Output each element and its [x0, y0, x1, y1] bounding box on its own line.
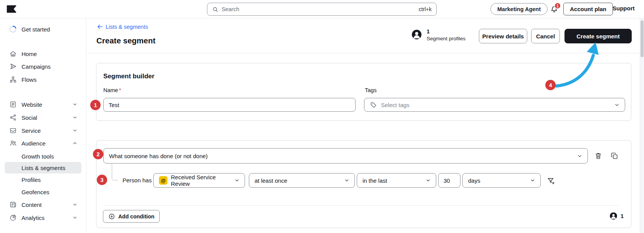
sidebar-item-campaigns[interactable]: Campaigns: [5, 61, 81, 72]
sidebar-label: Social: [22, 114, 37, 121]
segment-name-input[interactable]: [103, 98, 356, 112]
global-search[interactable]: ctrl+k: [207, 3, 437, 16]
chevron-down-icon: [614, 102, 620, 108]
pie-chart-icon: [9, 214, 17, 221]
chevron-down-icon: [344, 178, 349, 183]
account-plan-button[interactable]: Account plan: [563, 3, 613, 15]
sidebar-label: Growth tools: [22, 153, 54, 160]
app-root: ctrl+k Marketing Agent 1 Account plan Su…: [0, 0, 644, 233]
document-icon: [9, 101, 17, 108]
event-select[interactable]: @ Received Service Review: [153, 173, 245, 188]
person-circle-icon: [609, 212, 618, 220]
marketing-agent-button[interactable]: Marketing Agent: [490, 3, 548, 15]
annotation-step-2: 2: [93, 149, 103, 159]
amount-input[interactable]: [438, 173, 460, 188]
chevron-down-icon: [72, 128, 78, 133]
chevron-down-icon: [234, 178, 240, 183]
frequency-select[interactable]: at least once: [249, 173, 355, 188]
chevron-down-icon: [72, 215, 78, 220]
delete-condition-button[interactable]: [593, 151, 603, 161]
create-segment-button[interactable]: Create segment: [565, 29, 632, 43]
condition-definition-select[interactable]: What someone has done (or not done): [103, 148, 588, 164]
sidebar-item-service[interactable]: Service: [5, 125, 81, 136]
chevron-down-icon: [72, 115, 78, 120]
sidebar-label: Home: [22, 51, 37, 57]
timeframe-value: in the last: [363, 177, 387, 184]
search-shortcut: ctrl+k: [419, 6, 432, 12]
tag-icon: [370, 101, 377, 109]
chevron-down-icon: [72, 102, 78, 107]
segment-builder-card: Segment builder Name* Tags Select tags: [96, 63, 631, 121]
sidebar-label: Content: [22, 202, 42, 208]
event-value: Received Service Review: [171, 174, 231, 187]
cancel-button[interactable]: Cancel: [531, 29, 560, 43]
newspaper-icon: [9, 201, 17, 208]
sidebar-item-social[interactable]: Social: [5, 112, 81, 123]
sidebar-item-get-started[interactable]: Get started: [5, 23, 81, 35]
people-icon: [9, 139, 17, 147]
scrollbar-thumb[interactable]: [641, 20, 644, 57]
sidebar-label: Audience: [22, 140, 46, 147]
plus-circle-icon: [108, 213, 115, 220]
service-review-event-icon: @: [159, 176, 167, 185]
search-input[interactable]: [222, 6, 416, 12]
filter-plus-icon: [546, 177, 555, 185]
sidebar-label: Profiles: [22, 177, 41, 183]
sidebar-item-flows[interactable]: Flows: [5, 74, 81, 85]
share-icon: [9, 114, 17, 121]
sidebar: Get started Home Campaigns Flows Website: [0, 18, 86, 233]
annotation-step-3: 3: [97, 175, 107, 185]
klaviyo-logo-icon[interactable]: [6, 4, 17, 15]
unit-value: days: [468, 177, 480, 184]
header-divider: [87, 53, 640, 53]
duplicate-condition-button[interactable]: [609, 151, 619, 161]
topbar: ctrl+k Marketing Agent 1 Account plan Su…: [0, 0, 644, 18]
condition-profile-count: 1: [609, 212, 624, 220]
unit-select[interactable]: days: [462, 173, 541, 188]
add-filter-button[interactable]: [546, 176, 556, 186]
timeframe-select[interactable]: in the last: [357, 173, 436, 188]
sidebar-label: Flows: [22, 76, 36, 83]
segment-builder-title: Segment builder: [103, 73, 154, 80]
sidebar-item-growth-tools[interactable]: Growth tools: [5, 150, 81, 162]
chevron-down-icon: [530, 178, 535, 183]
sidebar-item-profiles[interactable]: Profiles: [5, 174, 81, 185]
sidebar-item-lists-segments[interactable]: Lists & segments: [5, 162, 81, 174]
sidebar-item-geofences[interactable]: Geofences: [5, 186, 81, 198]
tags-label: Tags: [365, 87, 377, 93]
tags-select[interactable]: Select tags: [364, 98, 625, 112]
support-link[interactable]: Support: [613, 5, 635, 12]
chevron-down-icon: [425, 178, 431, 183]
sidebar-item-home[interactable]: Home: [5, 48, 81, 59]
sidebar-item-audience[interactable]: Audience: [5, 137, 81, 149]
sidebar-label: Get started: [22, 26, 50, 33]
required-asterisk: *: [119, 87, 121, 93]
add-condition-button[interactable]: Add condition: [103, 210, 160, 223]
sidebar-label: Website: [22, 101, 42, 108]
chevron-up-icon: [72, 140, 78, 146]
preview-details-button[interactable]: Preview details: [479, 29, 527, 43]
back-to-lists-link[interactable]: Lists & segments: [97, 23, 148, 30]
sidebar-label: Analytics: [22, 215, 45, 221]
add-condition-label: Add condition: [118, 213, 154, 220]
back-link-label: Lists & segments: [106, 24, 148, 30]
bell-icon: [550, 9, 559, 15]
chevron-down-icon: [577, 153, 583, 159]
inbox-icon: [9, 127, 17, 134]
annotation-step-1: 1: [90, 100, 101, 110]
sidebar-item-analytics[interactable]: Analytics: [5, 212, 81, 223]
sidebar-item-content[interactable]: Content: [5, 199, 81, 210]
vertical-scrollbar[interactable]: [640, 18, 644, 233]
sidebar-item-website[interactable]: Website: [5, 99, 81, 110]
condition-tree-connector: [112, 164, 118, 180]
frequency-value: at least once: [255, 177, 287, 184]
send-icon: [9, 63, 17, 70]
back-arrow-icon: [97, 23, 103, 30]
page-title: Create segment: [96, 36, 156, 45]
search-icon: [212, 6, 219, 13]
name-label: Name*: [103, 87, 121, 93]
copy-icon: [610, 152, 619, 160]
annotation-step-4: 4: [545, 80, 556, 90]
tags-placeholder: Select tags: [381, 102, 409, 108]
sidebar-label: Geofences: [22, 189, 50, 195]
